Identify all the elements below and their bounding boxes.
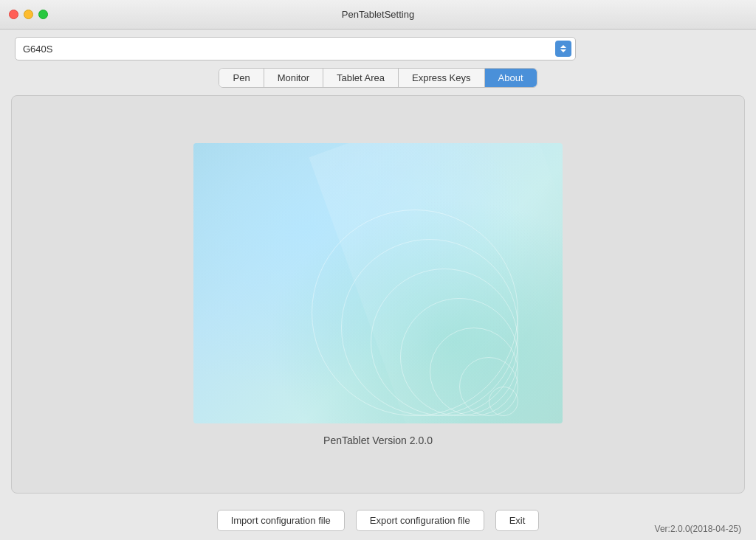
export-config-button[interactable]: Export configuration file [356, 510, 484, 531]
version-info: Ver:2.0.0(2018-04-25) [655, 524, 741, 534]
tab-pen[interactable]: Pen [219, 69, 264, 87]
exit-button[interactable]: Exit [495, 510, 540, 531]
device-select[interactable]: G640S [15, 37, 576, 60]
tab-express-keys[interactable]: Express Keys [399, 69, 484, 87]
bottom-bar: Import configuration file Export configu… [0, 501, 756, 540]
about-background [193, 143, 563, 423]
tab-monitor[interactable]: Monitor [264, 69, 323, 87]
import-config-button[interactable]: Import configuration file [217, 510, 345, 531]
maximize-button[interactable] [38, 10, 48, 19]
ripple-7 [312, 210, 518, 416]
tabs-container: Pen Monitor Tablet Area Express Keys Abo… [219, 68, 537, 88]
tab-tablet-area[interactable]: Tablet Area [323, 69, 399, 87]
tab-about[interactable]: About [485, 69, 537, 87]
tabs: Pen Monitor Tablet Area Express Keys Abo… [219, 68, 537, 88]
minimize-button[interactable] [24, 10, 33, 19]
toolbar: G640S [0, 30, 756, 68]
about-image [193, 143, 563, 423]
device-select-wrapper: G640S [15, 37, 576, 60]
title-bar: PenTabletSetting [0, 0, 756, 30]
close-button[interactable] [9, 10, 18, 19]
version-label: PenTablet Version 2.0.0 [323, 435, 433, 446]
window-title: PenTabletSetting [342, 9, 414, 20]
main-content: PenTablet Version 2.0.0 [11, 95, 745, 494]
traffic-lights [9, 10, 48, 19]
